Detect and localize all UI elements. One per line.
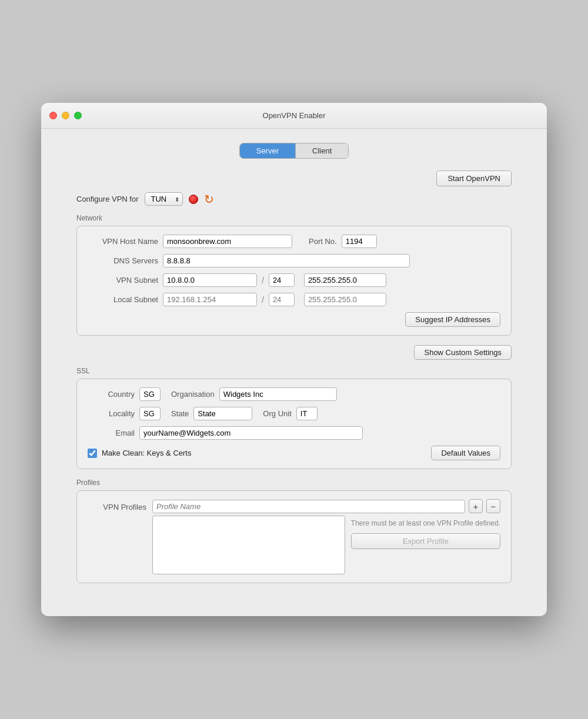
vpn-cidr-input[interactable] [269, 273, 295, 287]
profile-list-box[interactable] [152, 516, 345, 574]
minimize-button[interactable] [62, 112, 69, 119]
local-subnet-input[interactable] [163, 293, 257, 306]
local-subnet-row: Local Subnet / [88, 293, 500, 306]
traffic-lights [49, 112, 82, 119]
default-values-button[interactable]: Default Values [431, 446, 500, 460]
ssl-panel: Country Organisation Locality State Org … [76, 379, 512, 469]
profiles-row: VPN Profiles + − There must be at least … [88, 499, 500, 574]
dns-row: DNS Servers [88, 254, 500, 267]
country-label: Country [88, 390, 135, 399]
country-input[interactable] [139, 387, 161, 401]
status-indicator-icon [189, 195, 198, 204]
vpn-subnet-input[interactable] [163, 273, 257, 287]
tab-bar: Server Client [76, 143, 512, 159]
ssl-locality-row: Locality State Org Unit [88, 407, 500, 420]
maximize-button[interactable] [74, 112, 82, 119]
org-unit-input[interactable] [296, 407, 318, 420]
ssl-checkbox-row: Make Clean: Keys & Certs Default Values [88, 446, 500, 460]
suggest-ip-button[interactable]: Suggest IP Addresses [405, 312, 500, 327]
add-profile-button[interactable]: + [469, 499, 483, 513]
vpn-subnet-row: VPN Subnet / [88, 273, 500, 287]
vpn-host-input[interactable] [163, 235, 292, 248]
profile-list-area: There must be at least one VPN Profile d… [152, 516, 500, 574]
vpn-host-label: VPN Host Name [88, 237, 158, 246]
vpn-type-select[interactable]: TUN TAP [145, 192, 183, 206]
close-button[interactable] [49, 112, 57, 119]
profile-top-row: + − [152, 499, 500, 513]
make-clean-group: Make Clean: Keys & Certs [88, 449, 191, 458]
make-clean-checkbox[interactable] [88, 449, 97, 458]
email-label: Email [88, 429, 135, 437]
ssl-email-row: Email [88, 426, 500, 440]
ssl-country-row: Country Organisation [88, 387, 500, 401]
network-panel: VPN Host Name Port No. DNS Servers VPN S… [76, 226, 512, 336]
vpn-slash-sep: / [262, 276, 264, 285]
locality-label: Locality [88, 409, 135, 418]
export-profile-button[interactable]: Export Profile [351, 533, 500, 549]
ssl-section-label: SSL [76, 367, 512, 375]
window-content: Server Client Start OpenVPN Configure VP… [41, 129, 547, 616]
dns-label: DNS Servers [88, 256, 158, 265]
email-input[interactable] [139, 426, 363, 440]
configure-label: Configure VPN for [76, 195, 139, 203]
org-input[interactable] [219, 387, 337, 401]
network-section-label: Network [76, 214, 512, 222]
local-cidr-input[interactable] [269, 293, 295, 306]
window-title: OpenVPN Enabler [263, 111, 326, 120]
locality-input[interactable] [139, 407, 161, 420]
start-openvpn-button[interactable]: Start OpenVPN [436, 170, 512, 186]
custom-settings-row: Show Custom Settings [76, 345, 512, 360]
state-label: State [171, 409, 189, 418]
top-row: Start OpenVPN [76, 170, 512, 186]
port-input[interactable] [342, 235, 377, 248]
tab-client[interactable]: Client [296, 143, 348, 158]
titlebar: OpenVPN Enabler [41, 103, 547, 129]
state-input[interactable] [193, 407, 252, 420]
configure-row: Configure VPN for TUN TAP ⬍ ↻ [76, 192, 512, 206]
main-window: OpenVPN Enabler Server Client Start Open… [41, 103, 547, 616]
profiles-section-label: Profiles [76, 479, 512, 487]
profile-name-input[interactable] [152, 500, 465, 513]
org-unit-label: Org Unit [263, 409, 291, 418]
local-subnet-label: Local Subnet [88, 295, 158, 304]
remove-profile-button[interactable]: − [486, 499, 500, 513]
local-mask-input[interactable] [304, 293, 386, 306]
vpn-subnet-label: VPN Subnet [88, 276, 158, 285]
vpn-type-select-wrapper[interactable]: TUN TAP ⬍ [145, 192, 183, 206]
profiles-panel: VPN Profiles + − There must be at least … [76, 490, 512, 583]
make-clean-label: Make Clean: Keys & Certs [102, 449, 191, 457]
vpn-mask-input[interactable] [304, 273, 386, 287]
tab-server[interactable]: Server [240, 143, 296, 158]
local-slash-sep: / [262, 295, 264, 305]
port-label: Port No. [309, 237, 337, 246]
profile-right-col: There must be at least one VPN Profile d… [351, 516, 500, 549]
org-label: Organisation [171, 390, 215, 399]
suggest-row: Suggest IP Addresses [88, 312, 500, 327]
vpn-profiles-label: VPN Profiles [88, 503, 146, 511]
profiles-controls: + − There must be at least one VPN Profi… [152, 499, 500, 574]
profile-info-text: There must be at least one VPN Profile d… [351, 516, 500, 529]
show-custom-settings-button[interactable]: Show Custom Settings [414, 345, 512, 360]
refresh-icon[interactable]: ↻ [204, 193, 214, 205]
dns-input[interactable] [163, 254, 410, 267]
tab-group: Server Client [239, 143, 349, 159]
vpn-host-row: VPN Host Name Port No. [88, 235, 500, 248]
